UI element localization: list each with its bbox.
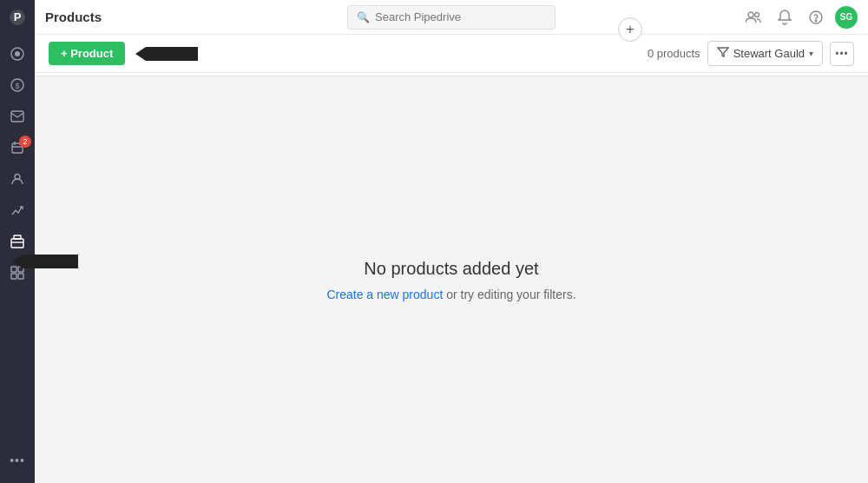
more-dots-icon: ••• xyxy=(10,453,25,467)
add-product-button[interactable]: + Product xyxy=(49,42,125,65)
svg-rect-14 xyxy=(11,274,16,279)
sidebar-arrow-annotation xyxy=(10,255,78,268)
dropdown-arrow-icon: ▾ xyxy=(809,49,813,58)
help-icon[interactable] xyxy=(804,5,828,30)
empty-state-suffix: or try editing your filters. xyxy=(443,288,575,301)
sidebar-item-contacts[interactable] xyxy=(0,163,35,195)
svg-rect-6 xyxy=(11,111,23,122)
sidebar-item-products[interactable] xyxy=(0,226,35,257)
global-add-button[interactable]: + xyxy=(618,17,642,42)
empty-state: No products added yet Create a new produ… xyxy=(309,242,593,319)
app-logo[interactable]: P xyxy=(0,0,35,35)
create-product-link[interactable]: Create a new product xyxy=(326,288,443,301)
product-count: 0 products xyxy=(648,47,700,60)
funnel-icon xyxy=(717,46,729,61)
toolbar: + Product 0 products Stewart Gauld ▾ ••• xyxy=(35,35,868,73)
search-icon: 🔍 xyxy=(357,11,370,23)
svg-point-17 xyxy=(754,12,759,17)
empty-state-heading: No products added yet xyxy=(326,259,575,279)
filter-label: Stewart Gauld xyxy=(733,47,805,60)
sidebar-more-button[interactable]: ••• xyxy=(0,445,35,476)
more-options-icon: ••• xyxy=(835,48,849,60)
topbar: Products 🔍 + SG xyxy=(35,0,868,35)
sidebar: P $ 2 ••• xyxy=(0,0,35,483)
content-area: No products added yet Create a new produ… xyxy=(35,76,868,483)
empty-state-message: Create a new product or try editing your… xyxy=(326,288,575,301)
sidebar-item-deals[interactable]: $ xyxy=(0,69,35,101)
search-bar[interactable]: 🔍 xyxy=(347,5,556,30)
topbar-right: SG xyxy=(741,5,858,30)
page-title: Products xyxy=(45,10,102,24)
activities-badge: 2 xyxy=(19,136,31,148)
sidebar-item-activities[interactable]: 2 xyxy=(0,132,35,163)
sidebar-item-reports[interactable] xyxy=(0,195,35,226)
more-options-button[interactable]: ••• xyxy=(830,42,854,66)
svg-point-19 xyxy=(815,20,816,21)
svg-rect-15 xyxy=(18,274,23,279)
notifications-icon[interactable] xyxy=(773,5,797,30)
sidebar-item-leads[interactable] xyxy=(0,38,35,69)
filter-button[interactable]: Stewart Gauld ▾ xyxy=(707,41,823,66)
users-icon[interactable] xyxy=(741,5,766,30)
add-product-arrow-annotation xyxy=(135,47,198,61)
svg-text:P: P xyxy=(14,10,22,23)
svg-point-3 xyxy=(15,51,20,56)
svg-point-16 xyxy=(748,12,753,17)
sidebar-nav: $ 2 xyxy=(0,35,35,445)
search-input[interactable] xyxy=(375,10,546,23)
sidebar-item-mail[interactable] xyxy=(0,101,35,132)
svg-rect-9 xyxy=(11,239,23,248)
user-avatar[interactable]: SG xyxy=(835,6,858,29)
svg-text:$: $ xyxy=(15,82,19,90)
svg-rect-10 xyxy=(14,235,21,239)
toolbar-right: 0 products Stewart Gauld ▾ ••• xyxy=(648,41,854,66)
main-content: Products 🔍 + SG + Product xyxy=(35,0,868,483)
